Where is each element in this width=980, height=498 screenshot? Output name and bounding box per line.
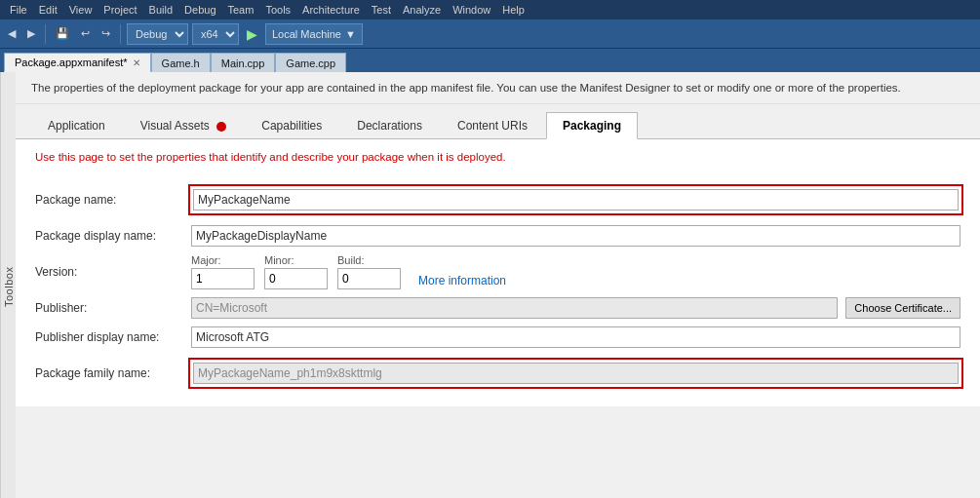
- publisher-row: Choose Certificate...: [191, 297, 960, 319]
- toolbox-panel[interactable]: Toolbox: [0, 72, 16, 498]
- version-row: Major: Minor: Build: More information: [191, 254, 960, 289]
- package-name-highlight-box: [188, 184, 963, 215]
- menu-team[interactable]: Team: [222, 2, 260, 18]
- menu-view[interactable]: View: [63, 2, 98, 18]
- info-banner: The properties of the deployment package…: [16, 72, 980, 104]
- version-build-group: Build:: [337, 254, 401, 289]
- manifest-tabs: Application Visual Assets Capabilities D…: [16, 104, 980, 139]
- toolbar-sep-2: [120, 24, 121, 44]
- tab-bar: Package.appxmanifest* ✕ Game.h Main.cpp …: [0, 49, 980, 72]
- tab-game-cpp[interactable]: Game.cpp: [275, 53, 346, 72]
- manifest-tab-declarations-label: Declarations: [357, 119, 422, 133]
- forward-button[interactable]: ▶: [23, 25, 39, 42]
- main-content: The properties of the deployment package…: [16, 72, 980, 498]
- package-display-name-label: Package display name:: [35, 223, 191, 249]
- package-family-name-field-wrapper: [191, 352, 960, 395]
- close-icon[interactable]: ✕: [133, 57, 140, 68]
- version-build-label: Build:: [337, 254, 401, 266]
- publisher-label: Publisher:: [35, 295, 191, 321]
- menu-window[interactable]: Window: [447, 2, 496, 18]
- version-minor-label: Minor:: [264, 254, 328, 266]
- version-label: Version:: [35, 259, 191, 285]
- undo-button[interactable]: ↩: [77, 25, 94, 42]
- more-information-link[interactable]: More information: [418, 274, 506, 289]
- version-minor-group: Minor:: [264, 254, 328, 289]
- package-name-input[interactable]: [193, 189, 959, 211]
- menu-edit[interactable]: Edit: [33, 2, 63, 18]
- manifest-tab-visual-assets-label: Visual Assets: [140, 119, 210, 133]
- local-machine-selector[interactable]: Local Machine ▼: [265, 23, 363, 45]
- menu-bar: File Edit View Project Build Debug Team …: [0, 0, 980, 19]
- chevron-down-icon: ▼: [345, 28, 356, 40]
- visual-assets-error-icon: [216, 122, 226, 132]
- package-display-name-field-wrapper: [191, 221, 960, 250]
- version-major-label: Major:: [191, 254, 255, 266]
- choose-certificate-button[interactable]: Choose Certificate...: [845, 297, 960, 319]
- version-major-input[interactable]: [191, 268, 255, 289]
- tab-game-h[interactable]: Game.h: [151, 53, 211, 72]
- menu-tools[interactable]: Tools: [259, 2, 296, 18]
- package-family-name-label: Package family name:: [35, 361, 191, 386]
- publisher-display-name-field-wrapper: [191, 323, 960, 352]
- version-build-input[interactable]: [337, 268, 401, 289]
- manifest-tab-visual-assets[interactable]: Visual Assets: [124, 112, 244, 138]
- version-field-wrapper: Major: Minor: Build: More information: [191, 250, 960, 293]
- tab-label: Game.h: [162, 57, 200, 69]
- tab-label: Main.cpp: [221, 57, 265, 69]
- package-name-field-wrapper: [191, 178, 960, 221]
- page-description: Use this page to set the properties that…: [35, 151, 960, 163]
- info-banner-text: The properties of the deployment package…: [31, 82, 901, 94]
- version-minor-input[interactable]: [264, 268, 328, 289]
- menu-build[interactable]: Build: [143, 2, 178, 18]
- local-machine-label: Local Machine: [272, 28, 341, 40]
- manifest-tab-packaging[interactable]: Packaging: [546, 112, 638, 139]
- save-button[interactable]: 💾: [52, 25, 73, 42]
- version-major-group: Major:: [191, 254, 255, 289]
- content-panel: Use this page to set the properties that…: [16, 139, 980, 406]
- run-button[interactable]: ▶: [243, 26, 261, 42]
- package-family-name-highlight-box: [188, 358, 963, 389]
- platform-dropdown[interactable]: x64: [192, 23, 239, 45]
- form-grid: Package name: Package display name: Vers…: [35, 178, 960, 395]
- package-display-name-input[interactable]: [191, 225, 960, 247]
- manifest-tab-application[interactable]: Application: [31, 112, 122, 138]
- manifest-tab-capabilities[interactable]: Capabilities: [245, 112, 338, 138]
- publisher-input: [191, 297, 838, 319]
- package-family-name-input: [193, 363, 959, 384]
- menu-architecture[interactable]: Architecture: [296, 2, 366, 18]
- debug-config-dropdown[interactable]: Debug: [127, 23, 188, 45]
- menu-test[interactable]: Test: [366, 2, 397, 18]
- tab-label: Game.cpp: [286, 57, 335, 69]
- publisher-field-wrapper: Choose Certificate...: [191, 293, 960, 323]
- manifest-tab-declarations[interactable]: Declarations: [340, 112, 439, 138]
- package-name-label: Package name:: [35, 187, 191, 212]
- publisher-display-name-input[interactable]: [191, 326, 960, 348]
- tab-label: Package.appxmanifest*: [15, 57, 128, 68]
- manifest-tab-application-label: Application: [48, 119, 105, 133]
- publisher-display-name-label: Publisher display name:: [35, 325, 191, 350]
- tab-main-cpp[interactable]: Main.cpp: [211, 53, 276, 72]
- back-button[interactable]: ◀: [4, 25, 20, 42]
- menu-debug[interactable]: Debug: [178, 2, 221, 18]
- toolbar: ◀ ▶ 💾 ↩ ↪ Debug x64 ▶ Local Machine ▼: [0, 19, 980, 49]
- menu-file[interactable]: File: [4, 2, 33, 18]
- menu-project[interactable]: Project: [98, 2, 142, 18]
- manifest-tab-packaging-label: Packaging: [563, 119, 621, 133]
- menu-help[interactable]: Help: [496, 2, 530, 18]
- manifest-tab-content-uris-label: Content URIs: [457, 119, 528, 133]
- manifest-tab-capabilities-label: Capabilities: [261, 119, 322, 133]
- menu-analyze[interactable]: Analyze: [397, 2, 447, 18]
- manifest-tab-content-uris[interactable]: Content URIs: [441, 112, 544, 138]
- tab-package-manifest[interactable]: Package.appxmanifest* ✕: [4, 53, 151, 72]
- toolbar-sep-1: [45, 24, 46, 44]
- redo-button[interactable]: ↪: [98, 25, 114, 42]
